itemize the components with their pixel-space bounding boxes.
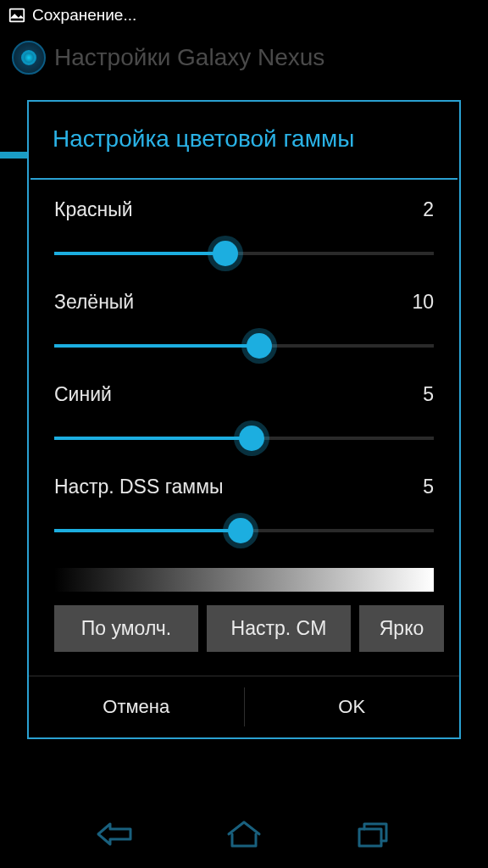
svg-rect-0 — [10, 9, 25, 22]
slider-label: Зелёный — [54, 291, 134, 314]
nav-home-button[interactable] — [219, 815, 269, 854]
dialog-body: Красный 2 Зелёный 10 Синий — [29, 180, 459, 676]
slider-track-green[interactable] — [54, 332, 434, 359]
slider-thumb[interactable] — [213, 241, 238, 266]
app-title: Настройки Galaxy Nexus — [54, 44, 324, 71]
dialog-footer: Отмена OK — [29, 676, 459, 737]
slider-value: 10 — [412, 291, 434, 314]
svg-rect-1 — [359, 829, 381, 846]
cancel-button[interactable]: Отмена — [29, 676, 244, 737]
slider-value: 2 — [423, 198, 434, 221]
preset-default-button[interactable]: По умолч. — [54, 605, 198, 652]
slider-label: Красный — [54, 198, 133, 221]
slider-blue: Синий 5 — [54, 383, 434, 452]
slider-dss-gamma: Настр. DSS гаммы 5 — [54, 476, 434, 544]
slider-thumb[interactable] — [228, 518, 253, 543]
slider-value: 5 — [423, 383, 434, 406]
slider-track-dss[interactable] — [54, 517, 434, 544]
slider-track-blue[interactable] — [54, 425, 434, 452]
slider-thumb[interactable] — [239, 426, 264, 451]
app-header: Настройки Galaxy Nexus — [0, 31, 488, 85]
gradient-preview — [54, 568, 434, 592]
slider-red: Красный 2 — [54, 198, 434, 267]
slider-track-red[interactable] — [54, 240, 434, 267]
slider-label: Синий — [54, 383, 112, 406]
nav-back-button[interactable] — [90, 815, 141, 854]
nav-bar — [0, 800, 488, 868]
status-bar: Сохранение... — [0, 0, 488, 31]
app-settings-icon — [12, 41, 46, 75]
slider-value: 5 — [423, 476, 434, 498]
image-icon — [7, 5, 27, 25]
slider-green: Зелёный 10 — [54, 291, 434, 359]
slider-label: Настр. DSS гаммы — [54, 476, 224, 498]
slider-thumb[interactable] — [247, 333, 272, 359]
preset-cm-button[interactable]: Настр. CM — [207, 605, 351, 652]
dialog-title: Настройка цветовой гаммы — [29, 102, 459, 178]
ok-button[interactable]: OK — [245, 676, 460, 737]
preset-bright-button[interactable]: Ярко — [359, 605, 444, 652]
nav-recent-button[interactable] — [347, 815, 398, 854]
preset-row: По умолч. Настр. CM Ярко — [54, 605, 434, 652]
status-text: Сохранение... — [32, 6, 136, 25]
color-gamma-dialog: Настройка цветовой гаммы Красный 2 Зелён… — [27, 100, 461, 739]
